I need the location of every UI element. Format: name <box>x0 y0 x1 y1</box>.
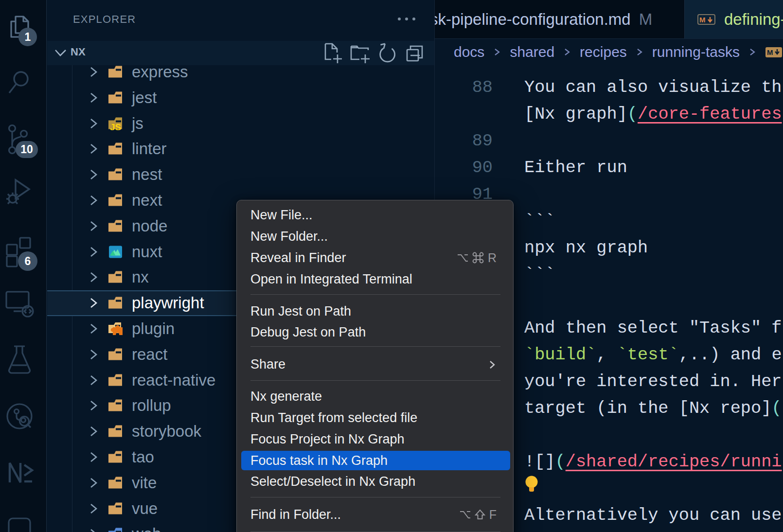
svg-text:JS: JS <box>110 122 121 130</box>
svg-text:M: M <box>767 48 773 56</box>
svg-text:M: M <box>699 16 706 24</box>
